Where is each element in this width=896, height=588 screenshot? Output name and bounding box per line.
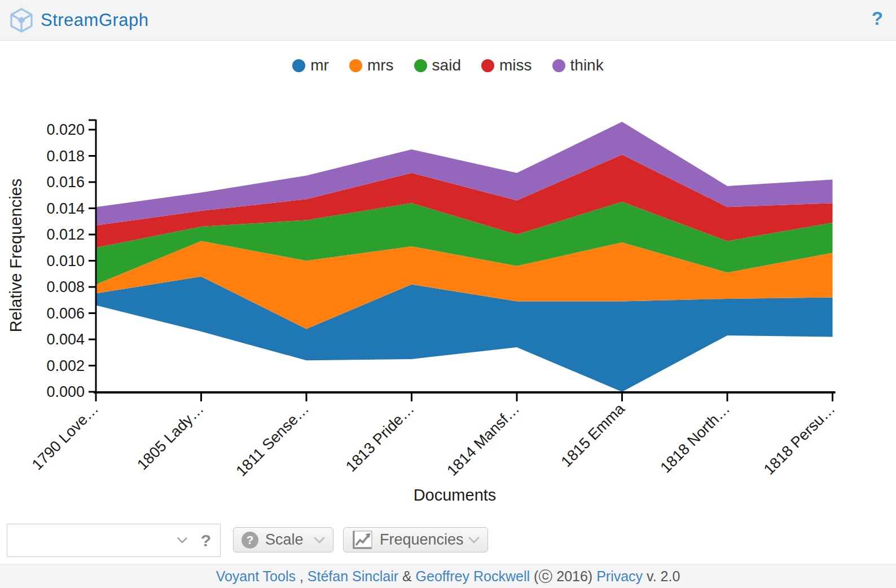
footer-paren: ( — [530, 568, 538, 585]
scale-button-label: Scale — [265, 531, 304, 549]
voyant-tools-link[interactable]: Voyant Tools — [216, 568, 296, 585]
y-tick-label: 0.018 — [46, 148, 85, 165]
x-tick-label: 1790 Love… — [29, 400, 102, 473]
search-help-icon[interactable]: ? — [201, 531, 211, 550]
app-header: StreamGraph ? — [0, 0, 896, 41]
voyant-logo-icon — [8, 7, 34, 33]
legend-item-miss[interactable]: miss — [481, 56, 532, 74]
frequencies-chevron-down-icon — [468, 537, 480, 543]
footer-version: v. 2.0 — [643, 568, 680, 585]
x-tick-label: 1814 Mansf… — [443, 400, 522, 479]
legend-color-dot — [414, 59, 427, 72]
legend-color-dot — [552, 59, 565, 72]
footer-separator: , — [296, 568, 308, 585]
help-icon[interactable]: ? — [872, 8, 883, 29]
search-chevron-down-icon[interactable] — [177, 537, 187, 543]
chart-legend: mrmrssaidmissthink — [0, 54, 896, 77]
frequencies-button-label: Frequencies — [380, 531, 464, 549]
cc-license-icon: ⓒ — [538, 567, 552, 586]
streamgraph-chart: 0.0000.0020.0040.0060.0080.0100.0120.014… — [0, 0, 896, 588]
x-tick-label: 1815 Emma — [558, 400, 629, 470]
x-tick-label: 1813 Pride… — [342, 400, 418, 475]
legend-item-think[interactable]: think — [552, 56, 604, 74]
legend-color-dot — [481, 59, 494, 72]
y-tick-label: 0.000 — [46, 383, 85, 400]
page-title: StreamGraph — [41, 10, 149, 30]
frequencies-button[interactable]: Frequencies — [343, 527, 488, 552]
y-tick-label: 0.008 — [46, 278, 85, 295]
y-tick-label: 0.020 — [46, 121, 85, 138]
legend-label: miss — [499, 56, 532, 74]
footer: Voyant Tools , Stéfan Sinclair & Geoffre… — [0, 564, 896, 588]
search-input[interactable] — [7, 524, 177, 556]
legend-item-mrs[interactable]: mrs — [349, 56, 394, 74]
y-tick-label: 0.010 — [46, 253, 85, 269]
legend-label: mrs — [367, 56, 394, 74]
y-tick-label: 0.016 — [46, 174, 85, 191]
scale-button[interactable]: ? Scale — [233, 527, 333, 552]
author1-link[interactable]: Stéfan Sinclair — [308, 568, 398, 585]
scale-help-icon: ? — [241, 532, 258, 549]
legend-item-mr[interactable]: mr — [292, 56, 329, 74]
y-tick-label: 0.014 — [46, 200, 85, 217]
x-axis-title: Documents — [414, 486, 497, 504]
y-tick-label: 0.012 — [46, 226, 85, 243]
x-tick-label: 1818 North… — [657, 400, 733, 476]
x-tick-label: 1805 Lady… — [134, 400, 207, 473]
x-tick-label: 1818 Persu… — [761, 400, 838, 478]
footer-year: 2016) — [552, 568, 596, 585]
legend-label: said — [432, 56, 461, 74]
y-tick-label: 0.002 — [46, 357, 85, 374]
legend-label: mr — [310, 56, 329, 74]
y-tick-label: 0.006 — [46, 305, 85, 322]
author2-link[interactable]: Geoffrey Rockwell — [416, 568, 530, 585]
legend-color-dot — [292, 59, 305, 72]
y-tick-label: 0.004 — [46, 331, 85, 348]
x-tick-label: 1811 Sense… — [232, 400, 312, 480]
legend-label: think — [570, 56, 604, 74]
privacy-link[interactable]: Privacy — [596, 568, 643, 585]
y-axis-title: Relative Frequencies — [7, 179, 25, 332]
scale-chevron-down-icon — [314, 537, 325, 543]
line-chart-icon — [352, 530, 373, 550]
footer-separator: & — [398, 568, 416, 585]
legend-color-dot — [349, 59, 362, 72]
legend-item-said[interactable]: said — [414, 56, 461, 74]
search-box: ? — [7, 524, 221, 557]
